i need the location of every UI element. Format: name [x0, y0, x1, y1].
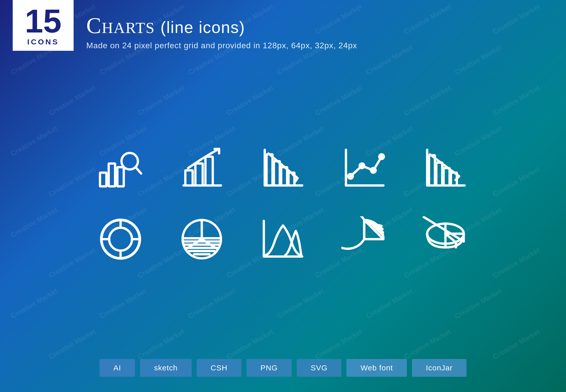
- format-tag-csh: CSH: [197, 359, 241, 377]
- pie-chart-hatched-icon: [176, 214, 227, 265]
- format-tags-section: AI sketch CSH PNG SVG Web font IconJar: [0, 349, 566, 392]
- main-title: Charts (line icons): [86, 13, 357, 38]
- format-tag-webfont: Web font: [346, 359, 407, 377]
- svg-rect-11: [267, 154, 272, 185]
- header-text: Charts (line icons) Made on 24 pixel per…: [86, 8, 357, 50]
- svg-line-49: [378, 225, 381, 226]
- svg-rect-26: [444, 168, 450, 185]
- bar-chart-search-icon: [95, 143, 146, 193]
- title-charts: Charts: [86, 13, 155, 38]
- icons-label: ICONS: [27, 38, 59, 46]
- bar-chart-descending-arrow-icon: [258, 143, 308, 193]
- svg-rect-2: [117, 167, 124, 186]
- format-tag-svg: SVG: [297, 359, 341, 377]
- format-tag-ai: AI: [99, 359, 135, 377]
- svg-rect-25: [436, 162, 442, 185]
- number-badge: 15 ICONS: [13, 0, 74, 51]
- subtitle-text: Made on 24 pixel perfect grid and provid…: [86, 41, 357, 50]
- title-subtitle: (line icons): [160, 18, 245, 37]
- icons-section: [0, 58, 566, 349]
- line-chart-nodes-icon: [339, 143, 390, 193]
- background: Creative Market Creative Market Creative…: [0, 0, 566, 392]
- donut-chart-icon: [95, 214, 146, 265]
- header: 15 ICONS Charts (line icons) Made on 24 …: [0, 0, 566, 58]
- bell-curve-chart-icon: [258, 214, 308, 265]
- svg-rect-0: [100, 173, 106, 186]
- svg-rect-7: [195, 164, 203, 185]
- bar-chart-down-arrow-icon: [420, 143, 471, 193]
- format-tag-sketch: sketch: [140, 359, 192, 377]
- icons-row-1: [95, 143, 471, 193]
- icon-count: 15: [25, 5, 62, 38]
- pie-chart-exploded-icon: [339, 214, 390, 265]
- pie-chart-3d-icon: [420, 214, 471, 265]
- format-tag-iconjar: IconJar: [412, 359, 467, 377]
- format-tag-png: PNG: [246, 359, 292, 377]
- svg-rect-1: [109, 164, 115, 186]
- icons-row-2: [95, 214, 471, 265]
- svg-rect-12: [274, 161, 280, 185]
- svg-rect-6: [185, 170, 193, 185]
- svg-rect-24: [429, 155, 435, 186]
- svg-rect-8: [205, 157, 213, 185]
- bar-chart-trending-up-icon: [176, 143, 227, 193]
- svg-line-4: [136, 167, 141, 173]
